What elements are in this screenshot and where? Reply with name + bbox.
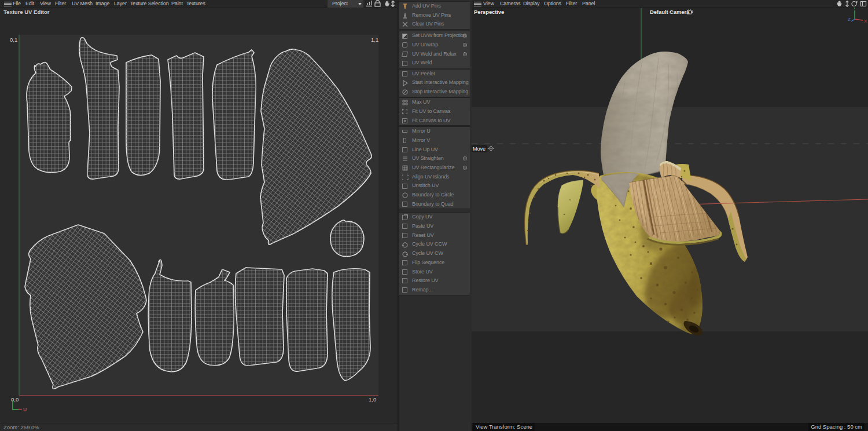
svg-text:Move: Move (473, 146, 486, 152)
svg-text:0,0: 0,0 (11, 396, 19, 403)
svg-text:U: U (23, 407, 27, 412)
svg-text:X: X (864, 19, 867, 24)
svg-text:Z: Z (848, 17, 851, 22)
svg-text:1,0: 1,0 (369, 396, 376, 403)
svg-text:0,1: 0,1 (10, 36, 17, 43)
svg-text:1,1: 1,1 (371, 36, 378, 43)
